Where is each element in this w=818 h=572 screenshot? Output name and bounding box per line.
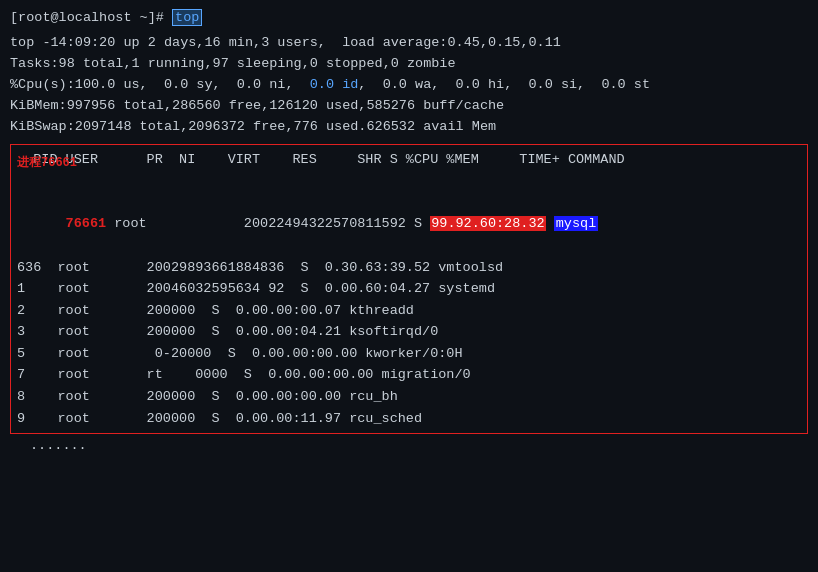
table-header-row: PID USER PR NI VIRT RES SHR S %CPU %MEM … [17,149,801,171]
process-row-5: 5 root 0-20000 S 0.00.00:00.00 kworker/0… [17,343,801,365]
process-row-8: 8 root 200000 S 0.00.00:00.00 rcu_bh [17,386,801,408]
process-row-7: 7 root rt 0000 S 0.00.00:00.00 migration… [17,364,801,386]
status-line-2: Tasks:98 total,1 running,97 sleeping,0 s… [10,54,808,75]
process-table: PID USER PR NI VIRT RES SHR S %CPU %MEM … [10,144,808,435]
highlight-cmd: mysql [554,216,599,231]
prompt-text: [root@localhost ~]# [10,10,172,25]
process-row-1: 1 root 20046032595634 92 S 0.00.60:04.27… [17,278,801,300]
highlight-cpu-mem: 99.92.60:28.32 [430,216,545,231]
annotation-label: 进程76661 [17,154,77,173]
prompt-line: [root@localhost ~]# top [10,8,808,29]
dots-indicator: ....... [30,438,808,453]
highlight-process-row: 进程76661 76661 root 20022494322570811592 … [17,170,801,256]
command-text: top [172,9,202,26]
terminal: [root@localhost ~]# top top -14:09:20 up… [10,8,808,564]
process-row-636: 636 root 20029893661884836 S 0.30.63:39.… [17,257,801,279]
process-row-3: 3 root 200000 S 0.00.00:04.21 ksoftirqd/… [17,321,801,343]
status-line-1: top -14:09:20 up 2 days,16 min,3 users, … [10,33,808,54]
process-row-9: 9 root 200000 S 0.00.00:11.97 rcu_sched [17,408,801,430]
id-value: 0.0 id [310,77,359,92]
highlight-data: 20022494322570811592 S [195,216,430,231]
status-line-3: %Cpu(s):100.0 us, 0.0 sy, 0.0 ni, 0.0 id… [10,75,808,96]
process-row-2: 2 root 200000 S 0.00.00:00.07 kthreadd [17,300,801,322]
highlight-pid: 76661 [66,216,107,231]
highlight-user: root [106,216,195,231]
status-line-5: KiBSwap:2097148 total,2096372 free,776 u… [10,117,808,138]
status-line-4: KiBMem:997956 total,286560 free,126120 u… [10,96,808,117]
